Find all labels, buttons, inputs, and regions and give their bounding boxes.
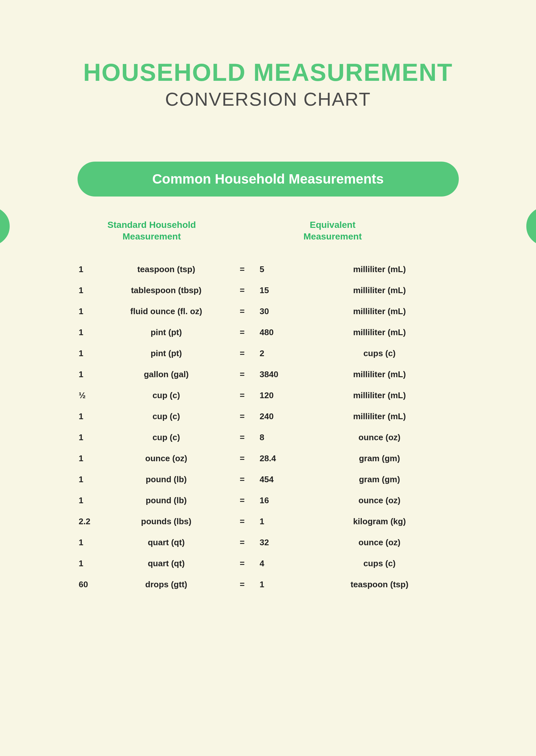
equals-sign: = [226,348,258,359]
qty-equivalent: 1 [258,579,300,590]
equals-sign: = [226,559,258,568]
table-row: 2.2pounds (lbs)=1kilogram (kg) [78,511,459,532]
table-row: 1pint (pt)=480milliliter (mL) [78,322,459,343]
table-row: 1teaspoon (tsp)=5milliliter (mL) [78,259,459,280]
unit-equivalent: milliliter (mL) [300,391,459,400]
equals-sign: = [226,537,258,548]
equals-sign: = [226,474,258,485]
qty-equivalent: 8 [258,432,300,442]
equals-sign: = [226,579,258,590]
unit-standard: ounce (oz) [107,454,226,464]
unit-equivalent: milliliter (mL) [300,286,459,295]
unit-equivalent: cups (c) [300,559,459,568]
unit-equivalent: teaspoon (tsp) [300,579,459,590]
unit-standard: quart (qt) [107,537,226,548]
unit-standard: pound (lb) [107,496,226,505]
unit-equivalent: milliliter (mL) [300,327,459,337]
qty-standard: 1 [78,432,107,442]
unit-equivalent: ounce (oz) [300,537,459,548]
unit-standard: quart (qt) [107,559,226,568]
qty-standard: ½ [78,391,107,400]
table-row: ½cup (c)=120milliliter (mL) [78,385,459,406]
page-title-main: HOUSEHOLD MEASUREMENT [0,58,536,86]
qty-standard: 1 [78,474,107,485]
qty-equivalent: 454 [258,474,300,485]
qty-standard: 1 [78,411,107,422]
unit-standard: fluid ounce (fl. oz) [107,306,226,316]
unit-standard: cup (c) [107,411,226,422]
table-row: 1pint (pt)=2cups (c) [78,343,459,364]
unit-equivalent: cups (c) [300,348,459,359]
equals-sign: = [226,411,258,422]
qty-equivalent: 1 [258,517,300,527]
unit-standard: pint (pt) [107,327,226,337]
unit-equivalent: milliliter (mL) [300,411,459,422]
conversion-table: Standard HouseholdMeasurement Equivalent… [78,219,459,595]
qty-standard: 1 [78,496,107,505]
qty-equivalent: 120 [258,391,300,400]
qty-standard: 60 [78,579,107,590]
qty-equivalent: 3840 [258,369,300,379]
qty-equivalent: 16 [258,496,300,505]
equals-sign: = [226,496,258,505]
equals-sign: = [226,454,258,464]
unit-equivalent: milliliter (mL) [300,369,459,379]
table-row: 1cup (c)=240milliliter (mL) [78,406,459,427]
unit-standard: drops (gtt) [107,579,226,590]
unit-equivalent: gram (gm) [300,474,459,485]
equals-sign: = [226,306,258,316]
unit-equivalent: milliliter (mL) [300,264,459,274]
qty-equivalent: 240 [258,411,300,422]
equals-sign: = [226,369,258,379]
table-body: 1teaspoon (tsp)=5milliliter (mL)1tablesp… [78,259,459,595]
table-row: 1fluid ounce (fl. oz)=30milliliter (mL) [78,301,459,322]
equals-sign: = [226,391,258,400]
column-header-standard: Standard HouseholdMeasurement [78,219,226,243]
unit-equivalent: milliliter (mL) [300,306,459,316]
decorative-ring-left [0,207,10,246]
equals-sign: = [226,432,258,442]
qty-equivalent: 15 [258,286,300,295]
unit-standard: gallon (gal) [107,369,226,379]
unit-standard: pound (lb) [107,474,226,485]
table-row: 1pound (lb)=16ounce (oz) [78,490,459,511]
unit-standard: cup (c) [107,432,226,442]
qty-standard: 1 [78,559,107,568]
table-row: 1pound (lb)=454gram (gm) [78,469,459,490]
qty-equivalent: 30 [258,306,300,316]
table-row: 1tablespoon (tbsp)=15milliliter (mL) [78,280,459,301]
equals-sign: = [226,327,258,337]
equals-sign: = [226,264,258,274]
qty-standard: 2.2 [78,517,107,527]
qty-standard: 1 [78,348,107,359]
table-row: 1quart (qt)=4cups (c) [78,553,459,574]
qty-standard: 1 [78,306,107,316]
table-row: 1gallon (gal)=3840milliliter (mL) [78,364,459,385]
section-header-pill: Common Household Measurements [78,162,459,196]
unit-standard: teaspoon (tsp) [107,264,226,274]
qty-equivalent: 32 [258,537,300,548]
unit-standard: cup (c) [107,391,226,400]
unit-equivalent: ounce (oz) [300,496,459,505]
equals-sign: = [226,286,258,295]
qty-equivalent: 4 [258,559,300,568]
unit-equivalent: ounce (oz) [300,432,459,442]
qty-standard: 1 [78,327,107,337]
qty-equivalent: 5 [258,264,300,274]
table-row: 1ounce (oz)=28.4gram (gm) [78,448,459,469]
decorative-ring-right [526,207,536,246]
table-header-row: Standard HouseholdMeasurement Equivalent… [78,219,459,243]
qty-equivalent: 480 [258,327,300,337]
qty-standard: 1 [78,454,107,464]
unit-standard: pounds (lbs) [107,517,226,527]
qty-standard: 1 [78,537,107,548]
qty-standard: 1 [78,286,107,295]
table-row: 1quart (qt)=32ounce (oz) [78,532,459,553]
page-title-sub: CONVERSION CHART [0,88,536,110]
qty-equivalent: 2 [258,348,300,359]
table-row: 60drops (gtt)=1teaspoon (tsp) [78,574,459,595]
equals-sign: = [226,517,258,527]
qty-standard: 1 [78,369,107,379]
unit-equivalent: kilogram (kg) [300,517,459,527]
unit-standard: pint (pt) [107,348,226,359]
